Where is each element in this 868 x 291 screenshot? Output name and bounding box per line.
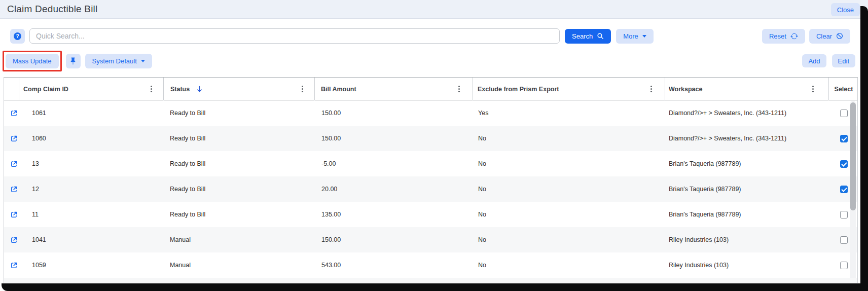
cell-workspace: Riley Industries (103) [665, 227, 829, 252]
cell-bill-amount: 150.00 [315, 126, 473, 151]
table-row: 1041 Manual 150.00 No Riley Industries (… [4, 227, 857, 252]
help-icon: ? [14, 32, 21, 40]
external-link-icon [10, 236, 18, 244]
close-button[interactable]: Close [831, 3, 860, 16]
scrollbar-thumb[interactable] [850, 102, 856, 210]
open-record-button[interactable] [10, 262, 18, 269]
cell-bill-amount: 150.00 [315, 227, 473, 252]
cell-status: Ready to Bill [164, 202, 315, 227]
cell-bill-amount: 20.00 [315, 176, 473, 202]
clear-button[interactable]: Clear [809, 29, 850, 44]
page-title: Claim Deductible Bill [0, 4, 97, 15]
search-row: ? Search More Reset Clear [10, 28, 850, 44]
row-select-checkbox[interactable] [840, 110, 848, 117]
help-button[interactable]: ? [10, 29, 25, 44]
open-record-button[interactable] [10, 135, 18, 142]
row-select-checkbox[interactable] [840, 160, 848, 168]
cell-bill-amount: 150.00 [315, 100, 473, 126]
cell-workspace: Riley Industries (103) [665, 252, 829, 278]
column-menu-icon[interactable] [650, 86, 652, 92]
column-header-bill-amount[interactable]: Bill Amount [315, 78, 473, 100]
title-bar: Claim Deductible Bill Close [0, 0, 868, 19]
cell-exclude-from-prism-export: Yes [473, 100, 665, 126]
column-menu-icon[interactable] [458, 86, 460, 92]
row-select-checkbox[interactable] [840, 262, 848, 269]
search-icon [597, 32, 604, 40]
external-link-icon [10, 186, 18, 193]
table-row: 12 Ready to Bill 20.00 No Brian's Taquer… [4, 176, 857, 202]
cell-exclude-from-prism-export: No [473, 176, 665, 202]
cell-comp-claim-id: 13 [19, 151, 164, 176]
external-link-icon [10, 211, 18, 219]
refresh-icon [790, 32, 798, 40]
cell-status: Manual [164, 252, 315, 278]
edit-button[interactable]: Edit [832, 54, 855, 67]
cell-exclude-from-prism-export: No [473, 126, 665, 151]
row-select-checkbox[interactable] [840, 186, 848, 193]
row-select-checkbox[interactable] [840, 135, 848, 142]
open-record-button[interactable] [10, 110, 18, 117]
pin-button[interactable] [66, 54, 81, 68]
more-button[interactable]: More [616, 29, 654, 44]
screenshot-shadow-right [860, 6, 868, 291]
cell-status: Manual [164, 227, 315, 252]
cell-bill-amount: -5.00 [315, 151, 473, 176]
cell-workspace: Diamond?/>+ > Sweaters, Inc. (343-1211) [665, 100, 829, 126]
column-header-comp-claim-id[interactable]: Comp Claim ID [19, 78, 164, 100]
view-selector-dropdown[interactable]: System Default [85, 54, 152, 68]
column-menu-icon[interactable] [812, 86, 814, 92]
mass-update-button[interactable]: Mass Update [6, 54, 59, 68]
mass-update-highlight: Mass Update [3, 51, 62, 71]
reset-button[interactable]: Reset [762, 29, 805, 44]
table-row: 1060 Ready to Bill 150.00 No Diamond?/>+… [4, 126, 857, 151]
column-menu-icon[interactable] [302, 86, 303, 92]
table-body: 1061 Ready to Bill 150.00 Yes Diamond?/>… [4, 100, 857, 278]
open-record-button[interactable] [10, 236, 18, 244]
cell-status: Ready to Bill [164, 176, 315, 202]
more-button-label: More [623, 32, 638, 40]
table-row: 11 Ready to Bill 135.00 No Brian's Taque… [4, 202, 857, 227]
results-table: Comp Claim ID Status Bill Amount Exclude… [4, 77, 858, 283]
column-header-workspace[interactable]: Workspace [665, 78, 829, 100]
cell-workspace: Brian's Taqueria (987789) [665, 202, 829, 227]
slash-circle-icon [836, 32, 843, 40]
cell-workspace: Brian's Taqueria (987789) [665, 176, 829, 202]
partially-visible-row [4, 278, 857, 283]
row-select-checkbox[interactable] [840, 236, 848, 244]
vertical-scrollbar[interactable] [850, 101, 856, 282]
cell-bill-amount: 543.00 [315, 252, 473, 278]
search-button-label: Search [572, 32, 593, 40]
search-button[interactable]: Search [565, 29, 611, 44]
view-selector-label: System Default [92, 57, 137, 65]
cell-comp-claim-id: 1061 [19, 100, 164, 126]
cell-status: Ready to Bill [164, 151, 315, 176]
cell-status: Ready to Bill [164, 100, 315, 126]
column-header-status[interactable]: Status [164, 78, 315, 100]
add-button[interactable]: Add [802, 54, 826, 67]
external-link-icon [10, 160, 18, 168]
cell-exclude-from-prism-export: No [473, 227, 665, 252]
open-record-button[interactable] [10, 211, 18, 219]
cell-comp-claim-id: 11 [19, 202, 164, 227]
open-record-button[interactable] [10, 186, 18, 193]
screenshot-shadow-bottom [2, 283, 868, 291]
table-header-row: Comp Claim ID Status Bill Amount Exclude… [4, 78, 857, 100]
column-header-exclude-from-prism-export[interactable]: Exclude from Prism Export [473, 78, 665, 100]
cell-bill-amount: 135.00 [315, 202, 473, 227]
column-header-select: Select [829, 78, 858, 100]
reset-button-label: Reset [769, 32, 786, 40]
table-row: 1061 Ready to Bill 150.00 Yes Diamond?/>… [4, 100, 857, 126]
quick-search-input[interactable] [29, 28, 560, 44]
cell-workspace: Brian's Taqueria (987789) [665, 151, 829, 176]
cell-status: Ready to Bill [164, 126, 315, 151]
column-header-row-actions [4, 78, 19, 100]
cell-exclude-from-prism-export: No [473, 151, 665, 176]
open-record-button[interactable] [10, 160, 18, 168]
cell-comp-claim-id: 1041 [19, 227, 164, 252]
column-menu-icon[interactable] [151, 86, 152, 92]
cell-workspace: Diamond?/>+ > Sweaters, Inc. (343-1211) [665, 126, 829, 151]
cell-exclude-from-prism-export: No [473, 202, 665, 227]
cell-comp-claim-id: 1059 [19, 252, 164, 278]
chevron-down-icon [141, 60, 145, 62]
row-select-checkbox[interactable] [840, 211, 848, 219]
